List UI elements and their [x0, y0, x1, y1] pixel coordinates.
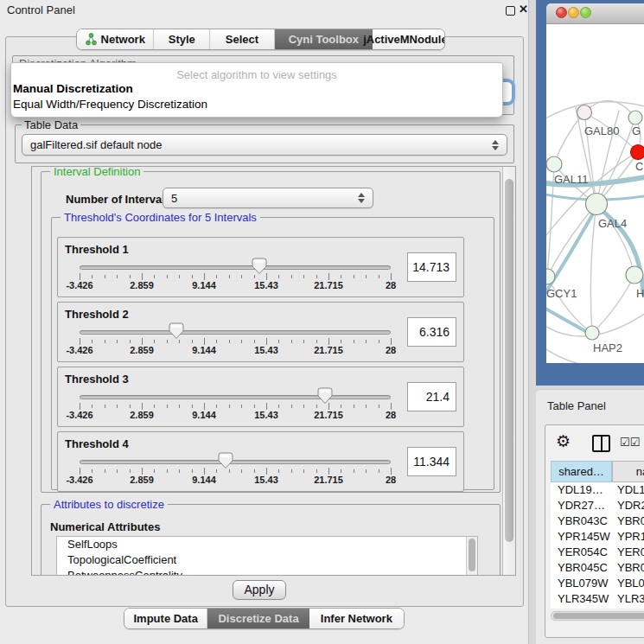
number-of-intervals-combobox[interactable]: 5: [163, 188, 373, 208]
numerical-attributes-label: Numerical Attributes: [50, 520, 160, 533]
table-cell: YER0: [612, 545, 644, 560]
network-edge[interactable]: [592, 275, 634, 333]
table-row[interactable]: YBR045CYBR0: [551, 560, 644, 576]
node-label: GCY1: [546, 287, 577, 300]
table-cell: YIL0: [612, 607, 644, 609]
threshold-2-value-field[interactable]: 6.316: [407, 317, 456, 347]
network-view-window: GAL80GCGAL11GAL4GCY1HHAP2: [536, 0, 644, 386]
network-node[interactable]: [626, 266, 643, 284]
threshold-1-slider-track[interactable]: [80, 265, 391, 270]
column-layout-icon[interactable]: [592, 435, 610, 452]
network-node[interactable]: [577, 105, 592, 120]
table-row[interactable]: YDR27…YDR2: [551, 498, 644, 513]
attributes-to-discretize-group: Attributes to discretize Numerical Attri…: [41, 504, 501, 576]
threshold-2-slider-track[interactable]: [80, 330, 391, 335]
control-panel: Control Panel ✕ Network Style Select Cyn…: [0, 0, 529, 644]
table-row[interactable]: YBL079WYBL0: [551, 576, 644, 591]
threshold-coordinates-title: Threshold's Coordinates for 5 Intervals: [61, 211, 260, 224]
table-cell: YBR0: [612, 513, 644, 529]
network-node[interactable]: [586, 194, 608, 215]
tick-label: 28: [386, 410, 396, 420]
tab-label: Discretize Data: [218, 612, 298, 625]
table-cell: YDR2: [612, 498, 644, 513]
network-node[interactable]: [628, 111, 642, 124]
table-cell: YER054C: [551, 545, 612, 560]
popup-item-equal-width-frequency[interactable]: Equal Width/Frequency Discretization: [11, 97, 502, 112]
attribute-list-item[interactable]: SelfLoops: [57, 537, 477, 552]
slider-thumb[interactable]: [252, 258, 267, 275]
slider-thumb[interactable]: [169, 322, 184, 340]
table-cell: YPR1: [612, 529, 644, 545]
tick-label: 21.715: [314, 345, 343, 355]
settings-scrollpane: Interval Definition Number of Intervals …: [31, 166, 516, 576]
tab-cyni-toolbox[interactable]: Cyni Toolbox: [275, 29, 373, 49]
tick-label: 2.859: [130, 345, 154, 355]
popup-item-manual-discretization[interactable]: Manual Discretization: [11, 81, 502, 97]
node-label: GAL11: [554, 173, 589, 186]
threshold-3-label: Threshold 3: [65, 373, 129, 386]
tab-network[interactable]: Network: [77, 29, 154, 49]
network-node[interactable]: [631, 145, 644, 160]
tab-style[interactable]: Style: [154, 29, 210, 49]
horizontal-scrollbar[interactable]: [551, 611, 644, 621]
gear-icon[interactable]: ⚙: [556, 431, 571, 451]
column-header-name[interactable]: na: [612, 461, 644, 482]
tick-label: 2.859: [130, 280, 154, 290]
list-scrollbar[interactable]: [466, 537, 477, 576]
interval-definition-title: Interval Definition: [50, 166, 143, 178]
threshold-4-label: Threshold 4: [65, 437, 129, 450]
network-edge[interactable]: [547, 204, 596, 277]
tab-select[interactable]: Select: [210, 29, 275, 49]
combobox-arrows-icon: [358, 193, 365, 203]
network-node[interactable]: [546, 156, 562, 172]
table-row[interactable]: YBR043CYBR0: [551, 513, 644, 529]
table-cell: YBR045C: [551, 560, 612, 576]
network-node[interactable]: [585, 326, 599, 340]
table-row[interactable]: YER054CYER0: [551, 545, 644, 560]
attributes-group-title: Attributes to discretize: [50, 498, 168, 511]
network-canvas[interactable]: GAL80GCGAL11GAL4GCY1HHAP2: [546, 24, 644, 363]
threshold-1-label: Threshold 1: [65, 243, 129, 256]
checkboxes-icon[interactable]: ☑☑: [620, 436, 640, 449]
tick-label: -3.426: [66, 280, 92, 290]
traffic-light-close[interactable]: [556, 7, 567, 18]
network-edge[interactable]: [547, 277, 592, 333]
table-row[interactable]: YIL052CYIL0: [551, 607, 644, 609]
traffic-light-zoom[interactable]: [580, 7, 591, 18]
vertical-scrollbar[interactable]: [502, 167, 515, 575]
table-cell: YPR145W: [551, 529, 612, 545]
tick-label: 21.715: [314, 410, 343, 420]
threshold-1-value-field[interactable]: 14.713: [407, 252, 456, 282]
tab-infer-network[interactable]: Infer Network: [309, 609, 404, 628]
tab-jactivemnodules[interactable]: jActiveMNodules: [373, 29, 444, 49]
table-body: YDL19…YDL1YDR27…YDR2YBR043CYBR0YPR145WYP…: [551, 482, 644, 609]
tab-discretize-data[interactable]: Discretize Data: [207, 609, 309, 628]
threshold-3-value-field[interactable]: 21.4: [407, 382, 456, 411]
attribute-list-item[interactable]: TopologicalCoefficient: [57, 552, 477, 568]
threshold-3-slider-track[interactable]: [80, 395, 391, 399]
tab-impute-data[interactable]: Impute Data: [124, 609, 207, 628]
float-window-icon[interactable]: [506, 6, 515, 16]
attribute-list-item[interactable]: BetweennessCentrality: [57, 568, 477, 576]
tick-label: 28: [386, 280, 396, 290]
slider-thumb[interactable]: [218, 452, 233, 469]
table-row[interactable]: YLR345WYLR3: [551, 591, 644, 607]
network-edge[interactable]: [554, 112, 584, 164]
traffic-light-minimize[interactable]: [568, 7, 579, 18]
table-row[interactable]: YDL19…YDL1: [551, 482, 644, 498]
apply-button[interactable]: Apply: [233, 580, 286, 600]
network-edge[interactable]: [590, 204, 596, 333]
slider-thumb[interactable]: [317, 387, 333, 405]
threshold-2-label: Threshold 2: [65, 308, 129, 321]
table-row[interactable]: YPR145WYPR1: [551, 529, 644, 545]
tab-label: jActiveMNodules: [363, 33, 445, 46]
threshold-4-value-field[interactable]: 11.344: [407, 447, 456, 476]
column-header-shared-name[interactable]: shared…: [551, 461, 612, 482]
tick-marks: [80, 273, 392, 281]
table-data-combobox[interactable]: galFiltered.sif default node: [22, 134, 507, 156]
node-label: H: [636, 287, 644, 300]
network-edge[interactable]: [546, 207, 596, 299]
close-icon[interactable]: ✕: [519, 3, 528, 16]
threshold-4-slider-track[interactable]: [80, 460, 391, 464]
tick-label: 9.144: [192, 280, 216, 290]
